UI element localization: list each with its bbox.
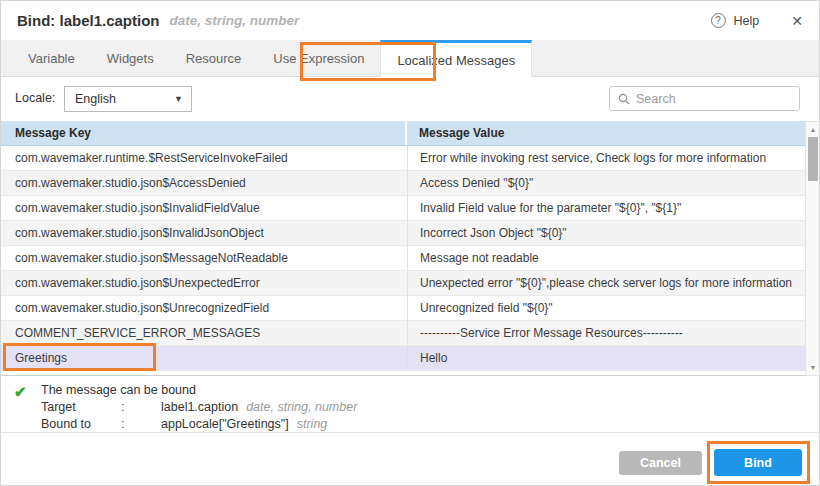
tab-resource[interactable]: Resource: [170, 40, 258, 76]
column-header-message-key[interactable]: Message Key: [1, 121, 407, 145]
message-key-cell: com.wavemaker.studio.json$MessageNotRead…: [1, 246, 407, 270]
messages-table: Message Key Message Value com.wavemaker.…: [1, 121, 805, 376]
target-label: Target: [41, 399, 121, 416]
table-body: com.wavemaker.runtime.$RestServiceInvoke…: [1, 146, 805, 371]
message-value-cell: Access Denied "${0}": [407, 171, 805, 195]
close-icon[interactable]: ✕: [791, 13, 803, 29]
bound-to-value: appLocale["Greetings"]: [161, 416, 289, 433]
search-input[interactable]: [636, 92, 797, 106]
table-header: Message Key Message Value: [1, 121, 805, 146]
target-type-hint: date, string, number: [246, 399, 357, 416]
success-check-icon: ✔: [14, 383, 27, 401]
tab-widgets[interactable]: Widgets: [91, 40, 170, 76]
table-row[interactable]: com.wavemaker.studio.json$InvalidJsonObj…: [1, 221, 805, 246]
bound-to-type-hint: string: [297, 416, 328, 433]
bound-to-colon: :: [121, 416, 161, 433]
table-row[interactable]: com.wavemaker.studio.json$MessageNotRead…: [1, 246, 805, 271]
message-value-cell: Hello: [407, 346, 805, 370]
table-row-selected-greetings[interactable]: Greetings Hello: [1, 346, 805, 371]
dialog-title: Bind: label1.caption: [17, 12, 160, 29]
tab-use-expression[interactable]: Use Expression: [257, 40, 380, 76]
chevron-down-icon: ▼: [174, 94, 183, 104]
locale-selected-value: English: [75, 92, 174, 106]
scroll-down-icon[interactable]: ▼: [806, 361, 820, 374]
dialog-subtitle: date, string, number: [170, 13, 300, 28]
message-key-cell: com.wavemaker.studio.json$UnexpectedErro…: [1, 271, 407, 295]
help-icon[interactable]: ?: [711, 13, 726, 28]
message-value-cell: Error while invoking rest service, Check…: [407, 146, 805, 170]
tab-localized-messages[interactable]: Localized Messages: [380, 40, 532, 77]
message-value-cell: Message not readable: [407, 246, 805, 270]
target-value: label1.caption: [161, 399, 238, 416]
message-key-cell: com.wavemaker.studio.json$UnrecognizedFi…: [1, 296, 407, 320]
message-key-cell: com.wavemaker.studio.json$AccessDenied: [1, 171, 407, 195]
message-value-cell: ----------Service Error Message Resource…: [407, 321, 805, 345]
table-row[interactable]: com.wavemaker.studio.json$AccessDenied A…: [1, 171, 805, 196]
message-key-cell: Greetings: [1, 346, 407, 370]
table-row[interactable]: COMMENT_SERVICE_ERROR_MESSAGES ---------…: [1, 321, 805, 346]
bound-to-label: Bound to: [41, 416, 121, 433]
message-key-cell: com.wavemaker.studio.json$InvalidJsonObj…: [1, 221, 407, 245]
tab-bar: Variable Widgets Resource Use Expression…: [1, 40, 819, 77]
message-key-cell: COMMENT_SERVICE_ERROR_MESSAGES: [1, 321, 407, 345]
column-header-message-value[interactable]: Message Value: [407, 121, 805, 145]
scrollbar-thumb[interactable]: [808, 137, 818, 181]
table-scrollbar[interactable]: ▲ ▼: [805, 121, 820, 376]
toolbar: Locale: English ▼: [1, 77, 819, 121]
message-value-cell: Incorrect Json Object "${0}": [407, 221, 805, 245]
table-row[interactable]: com.wavemaker.runtime.$RestServiceInvoke…: [1, 146, 805, 171]
message-key-cell: com.wavemaker.studio.json$InvalidFieldVa…: [1, 196, 407, 220]
scroll-up-icon[interactable]: ▲: [806, 123, 820, 136]
dialog-header: Bind: label1.caption date, string, numbe…: [1, 1, 819, 40]
table-row[interactable]: com.wavemaker.studio.json$UnrecognizedFi…: [1, 296, 805, 321]
bind-button[interactable]: Bind: [714, 449, 802, 476]
binding-info: The message can be bound Target : label1…: [41, 382, 357, 433]
message-value-cell: Invalid Field value for the parameter "$…: [407, 196, 805, 220]
message-value-cell: Unexpected error "${0}",please check ser…: [407, 271, 805, 295]
table-row[interactable]: com.wavemaker.studio.json$UnexpectedErro…: [1, 271, 805, 296]
binding-status-text: The message can be bound: [41, 382, 196, 399]
search-icon: [618, 93, 630, 105]
locale-label: Locale:: [15, 91, 55, 105]
target-colon: :: [121, 399, 161, 416]
cancel-button[interactable]: Cancel: [619, 451, 702, 475]
search-box: [609, 86, 800, 111]
locale-select[interactable]: English ▼: [64, 86, 192, 112]
message-value-cell: Unrecognized field "${0}": [407, 296, 805, 320]
help-link[interactable]: Help: [734, 14, 760, 28]
message-key-cell: com.wavemaker.runtime.$RestServiceInvoke…: [1, 146, 407, 170]
bind-dialog: Bind: label1.caption date, string, numbe…: [0, 0, 820, 486]
table-row[interactable]: com.wavemaker.studio.json$InvalidFieldVa…: [1, 196, 805, 221]
tab-variable[interactable]: Variable: [12, 40, 91, 76]
